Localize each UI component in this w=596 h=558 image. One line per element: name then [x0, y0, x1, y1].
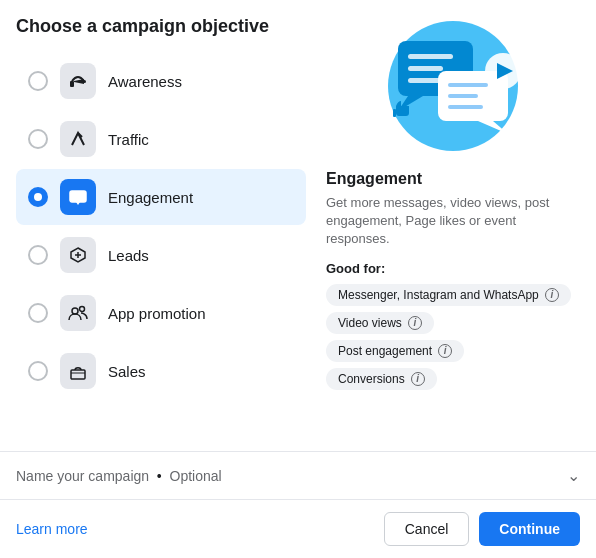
app-promotion-label: App promotion — [108, 305, 206, 322]
svg-rect-27 — [448, 105, 483, 109]
tag-conversions: Conversions i — [326, 368, 437, 390]
learn-more-link[interactable]: Learn more — [16, 521, 88, 537]
svg-rect-21 — [408, 66, 443, 71]
info-icon-conversions[interactable]: i — [411, 372, 425, 386]
objective-item-traffic[interactable]: Traffic — [16, 111, 306, 167]
svg-rect-26 — [448, 94, 478, 98]
objective-item-sales[interactable]: Sales — [16, 343, 306, 399]
svg-point-14 — [80, 307, 85, 312]
continue-button[interactable]: Continue — [479, 512, 580, 546]
info-icon-messenger[interactable]: i — [545, 288, 559, 302]
app-promotion-icon — [60, 295, 96, 331]
engagement-label: Engagement — [108, 189, 193, 206]
sales-icon — [60, 353, 96, 389]
tag-messenger: Messenger, Instagram and WhatsApp i — [326, 284, 571, 306]
objective-item-leads[interactable]: Leads — [16, 227, 306, 283]
awareness-label: Awareness — [108, 73, 182, 90]
campaign-name-label: Name your campaign • Optional — [16, 468, 222, 484]
footer: Learn more Cancel Continue — [0, 499, 596, 558]
sales-label: Sales — [108, 363, 146, 380]
traffic-label: Traffic — [108, 131, 149, 148]
objective-item-app-promotion[interactable]: App promotion — [16, 285, 306, 341]
tag-video-views: Video views i — [326, 312, 434, 334]
svg-rect-30 — [393, 109, 396, 117]
good-for-label: Good for: — [326, 261, 580, 276]
radio-awareness[interactable] — [28, 71, 48, 91]
svg-rect-0 — [70, 81, 74, 87]
radio-app-promotion[interactable] — [28, 303, 48, 323]
leads-icon — [60, 237, 96, 273]
illustration-wrap — [326, 16, 580, 156]
info-icon-video[interactable]: i — [408, 316, 422, 330]
chevron-down-icon: ⌄ — [567, 466, 580, 485]
svg-point-1 — [83, 80, 86, 83]
tag-post-engagement: Post engagement i — [326, 340, 464, 362]
objective-item-engagement[interactable]: Engagement — [16, 169, 306, 225]
detail-description: Get more messages, video views, post eng… — [326, 194, 580, 249]
footer-buttons: Cancel Continue — [384, 512, 580, 546]
objective-list: Awareness Traffic — [16, 53, 306, 399]
svg-point-7 — [74, 195, 76, 197]
radio-engagement[interactable] — [28, 187, 48, 207]
svg-rect-25 — [448, 83, 488, 87]
svg-rect-20 — [408, 54, 453, 59]
info-icon-post[interactable]: i — [438, 344, 452, 358]
svg-rect-15 — [71, 370, 85, 379]
radio-leads[interactable] — [28, 245, 48, 265]
objective-item-awareness[interactable]: Awareness — [16, 53, 306, 109]
engagement-illustration — [373, 16, 533, 156]
awareness-icon — [60, 63, 96, 99]
tag-list: Messenger, Instagram and WhatsApp i Vide… — [326, 284, 580, 390]
leads-label: Leads — [108, 247, 149, 264]
detail-panel: Engagement Get more messages, video view… — [306, 16, 580, 451]
campaign-name-bar[interactable]: Name your campaign • Optional ⌄ — [0, 451, 596, 499]
detail-title: Engagement — [326, 170, 580, 188]
engagement-icon — [60, 179, 96, 215]
svg-point-13 — [72, 308, 78, 314]
svg-point-8 — [77, 195, 79, 197]
traffic-icon — [60, 121, 96, 157]
page-title: Choose a campaign objective — [16, 16, 306, 37]
cancel-button[interactable]: Cancel — [384, 512, 470, 546]
radio-sales[interactable] — [28, 361, 48, 381]
radio-traffic[interactable] — [28, 129, 48, 149]
svg-point-9 — [80, 195, 82, 197]
